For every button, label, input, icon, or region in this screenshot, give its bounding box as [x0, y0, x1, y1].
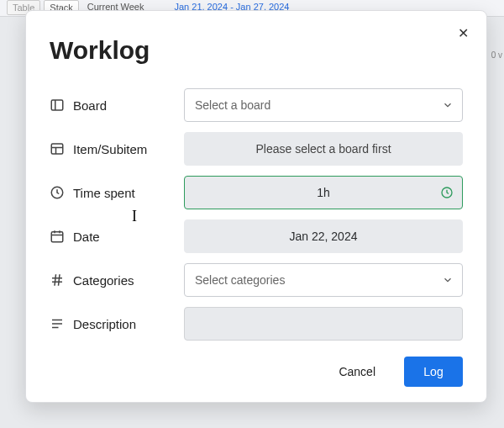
worklog-modal: ✕ Worklog Board Select a board — [25, 10, 487, 403]
row-description: Description — [50, 302, 463, 346]
time-spent-input[interactable]: 1h — [184, 176, 463, 209]
item-placeholder: Please select a board first — [255, 142, 391, 156]
description-input[interactable] — [184, 307, 463, 341]
label-date-text: Date — [73, 230, 100, 244]
date-input[interactable]: Jan 22, 2024 — [184, 219, 463, 253]
row-time: Time spent 1h I — [50, 171, 463, 214]
calendar-icon — [50, 229, 65, 244]
categories-select[interactable]: Select categories — [184, 263, 463, 297]
cancel-button-label: Cancel — [339, 365, 375, 378]
svg-rect-0 — [51, 100, 63, 110]
label-item-text: Item/Subitem — [73, 142, 147, 156]
label-description-text: Description — [73, 317, 136, 331]
clock-icon — [50, 185, 65, 200]
row-item: Item/Subitem Please select a board first — [50, 127, 463, 171]
description-icon — [50, 316, 65, 331]
label-item: Item/Subitem — [50, 141, 184, 156]
categories-placeholder: Select categories — [195, 273, 285, 287]
close-icon: ✕ — [458, 25, 469, 41]
modal-footer: Cancel Log — [50, 346, 463, 387]
log-button[interactable]: Log — [404, 357, 463, 387]
svg-rect-2 — [51, 144, 63, 154]
hash-icon — [50, 272, 65, 288]
row-categories: Categories Select categories — [50, 258, 463, 302]
label-description: Description — [50, 316, 184, 331]
modal-title: Worklog — [50, 36, 463, 65]
label-board-text: Board — [73, 98, 107, 113]
svg-rect-7 — [51, 232, 63, 242]
side-info: 0 v — [491, 50, 502, 60]
label-categories-text: Categories — [73, 273, 134, 288]
date-value: Jan 22, 2024 — [290, 230, 358, 243]
log-button-label: Log — [423, 365, 443, 378]
clock-icon-accent — [440, 186, 454, 199]
chevron-down-icon — [442, 99, 454, 111]
item-select-disabled: Please select a board first — [184, 132, 463, 166]
board-select-placeholder: Select a board — [195, 98, 270, 112]
svg-line-14 — [59, 274, 60, 286]
label-categories: Categories — [50, 272, 184, 288]
chevron-down-icon — [442, 274, 454, 286]
label-time-text: Time spent — [73, 186, 135, 200]
item-icon — [50, 141, 65, 156]
label-time: Time spent — [50, 185, 184, 200]
row-board: Board Select a board — [50, 83, 463, 127]
board-select[interactable]: Select a board — [184, 88, 463, 122]
close-button[interactable]: ✕ — [453, 23, 473, 43]
cancel-button[interactable]: Cancel — [323, 357, 391, 387]
label-board: Board — [50, 98, 184, 113]
svg-line-13 — [55, 274, 56, 286]
label-date: Date — [50, 229, 184, 244]
worklog-form: Board Select a board Item/Subitem — [50, 83, 463, 346]
board-icon — [50, 98, 65, 113]
row-date: Date Jan 22, 2024 — [50, 214, 463, 258]
time-spent-value: 1h — [317, 186, 330, 199]
